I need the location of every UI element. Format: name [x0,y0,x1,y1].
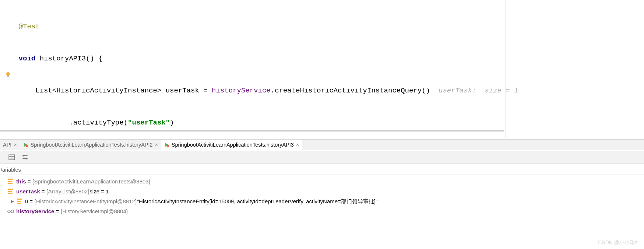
var-type: {ArrayList@8802} [46,186,90,196]
svg-point-12 [23,155,25,157]
code-text: List<HistoricActivityInstance> userTask … [35,87,212,95]
annotation: @Test [19,22,40,31]
svg-rect-6 [9,155,15,160]
variables-header: /ariables [0,165,644,175]
test-ok-icon [23,142,28,147]
equals-sign: = [26,176,32,186]
code-text: .activityType( [69,119,128,127]
field-icon [7,178,14,185]
variables-tree[interactable]: this = {SpringbootActivitiLearnApplicati… [0,176,644,249]
field-ref: historyService [212,87,271,95]
debugger-toolbar [0,151,644,164]
code-editor[interactable]: @Test void historyAPI3() { List<Historic… [0,0,644,138]
tab-historyapi2[interactable]: SpringbootActivitiLearnApplicationTests.… [20,140,161,150]
tab-historyapi3[interactable]: SpringbootActivitiLearnApplicationTests.… [161,140,302,150]
var-value: size = 1 [89,186,109,196]
var-type: {HistoricActivityInstanceEntityImpl@8812… [34,196,137,206]
code-text: ) [170,119,174,127]
close-icon[interactable]: × [155,142,158,148]
editor-bottom-border [0,130,504,131]
svg-point-3 [25,145,28,147]
equals-sign: = [54,206,60,216]
field-icon [16,198,23,205]
close-icon[interactable]: × [296,142,299,148]
test-ok-icon [164,142,169,147]
tab-label: API [3,142,11,148]
svg-point-14 [8,210,10,213]
string-literal: "userTask" [128,119,170,127]
variable-historyservice[interactable]: historyService = {HistoryServiceImpl@880… [0,206,644,216]
table-view-icon[interactable] [8,154,15,161]
var-name: userTask [16,186,40,196]
svg-point-13 [25,158,27,159]
equals-sign: = [40,186,46,196]
var-name: historyService [16,206,54,216]
inline-hint: userTask: size = 1 [439,87,518,95]
editor-split-handle[interactable] [506,0,506,138]
settings-sliders-icon[interactable] [21,154,29,161]
code-content[interactable]: @Test void historyAPI3() { List<Historic… [2,0,644,138]
var-value: {HistoryServiceImpl@8804} [60,206,128,216]
tab-api[interactable]: API × [0,140,20,150]
var-name: this [16,176,26,186]
field-icon [7,188,14,195]
variable-index-0[interactable]: ▶ 0 = {HistoricActivityInstanceEntityImp… [0,196,644,206]
run-tabs-bar: API × SpringbootActivitiLearnApplication… [0,139,644,150]
var-value: "HistoricActivityInstanceEntity[id=15009… [137,196,378,206]
watch-icon [7,208,14,215]
variable-this[interactable]: this = {SpringbootActivitiLearnApplicati… [0,176,644,186]
code-text: .createHistoricActivityInstanceQuery() [271,87,430,95]
equals-sign: = [28,196,34,206]
watermark: CSDN @小小印z [598,239,637,246]
variables-title: /ariables [1,167,21,173]
keyword-void: void [19,55,36,63]
tab-label: SpringbootActivitiLearnApplicationTests.… [172,142,294,148]
svg-point-5 [166,145,169,147]
variable-usertask[interactable]: userTask = {ArrayList@8802} size = 1 [0,186,644,196]
tab-label: SpringbootActivitiLearnApplicationTests.… [31,142,153,148]
method-name: historyAPI3 [40,55,86,63]
var-name: 0 [25,196,28,206]
var-value: {SpringbootActivitiLearnApplicationTests… [32,176,150,186]
svg-point-15 [11,210,14,213]
close-icon[interactable]: × [14,142,17,148]
expand-arrow-icon[interactable]: ▶ [11,196,16,206]
